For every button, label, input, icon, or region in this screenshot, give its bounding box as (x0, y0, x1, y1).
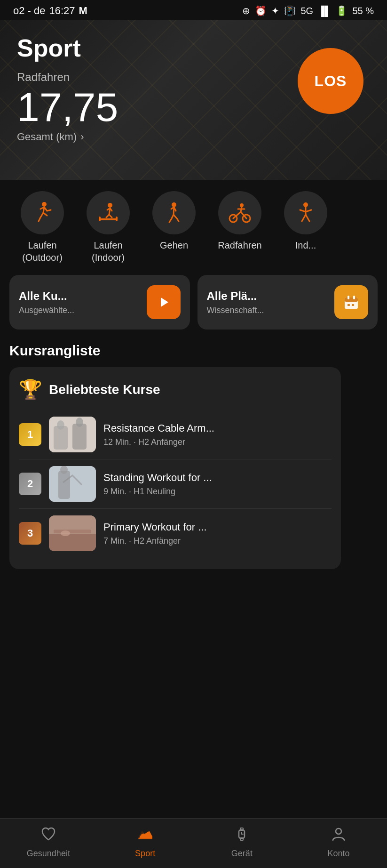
activity-item-gehen[interactable]: Gehen (141, 191, 207, 264)
radfahren-label: Radfahren (218, 239, 261, 251)
rank-item-1[interactable]: 1 Resistance Cable Arm... (19, 410, 332, 459)
ranking-section-title: Kursrangliste (9, 343, 378, 359)
activity-row: Laufen(Outdoor) Laufen(Indoor) (0, 180, 387, 275)
battery-label: 55 % (352, 6, 374, 16)
status-right: ⊕ ⏰ ✦ 📳 5G ▐▌ 🔋 55 % (242, 5, 374, 16)
play-icon (147, 285, 181, 319)
rank-item-2[interactable]: 2 Standing Workout for ... 9 Min. · (19, 459, 332, 509)
heart-icon (40, 826, 56, 846)
svg-rect-2 (99, 217, 101, 221)
svg-point-0 (42, 202, 47, 207)
rank-thumb-1 (49, 417, 96, 452)
ranking-card: 🏆 Beliebteste Kurse 1 (9, 367, 341, 569)
los-button[interactable]: LOS (298, 48, 363, 114)
ranking-card-title: Beliebteste Kurse (49, 382, 160, 397)
svg-rect-25 (49, 534, 96, 551)
email-icon: M (79, 5, 87, 17)
laufen-indoor-label: Laufen(Indoor) (92, 239, 125, 264)
svg-point-4 (108, 203, 112, 208)
alarm-icon: ⏰ (255, 5, 267, 16)
svg-rect-30 (240, 838, 243, 840)
yoga-icon (293, 201, 318, 225)
indoor-icon-circle (284, 191, 327, 234)
svg-rect-3 (116, 217, 118, 221)
rank-name-2: Standing Workout for ... (103, 472, 332, 484)
treadmill-icon (96, 201, 120, 225)
calendar-icon (334, 285, 368, 319)
nav-label-konto: Konto (328, 849, 350, 859)
alle-plaene-card[interactable]: Alle Plä... Wissenschaft... (197, 275, 378, 330)
nav-item-sport[interactable]: Sport (122, 826, 169, 859)
rank-thumb-2 (49, 466, 96, 502)
rank-info-3: Primary Workout for ... 7 Min. · H2 Anfä… (103, 521, 332, 546)
status-left: o2 - de 16:27 M (13, 5, 87, 17)
rank-meta-2: 9 Min. · H1 Neuling (103, 487, 332, 497)
rank-thumb-3 (49, 515, 96, 551)
ranking-header: 🏆 Beliebteste Kurse (19, 378, 332, 401)
signal-icon: 5G (300, 6, 313, 16)
laufen-outdoor-label: Laufen(Outdoor) (22, 239, 63, 264)
activity-item-laufen-indoor[interactable]: Laufen(Indoor) (75, 191, 141, 264)
rank-item-3[interactable]: 3 Primary Workout for ... 7 Min. · H (19, 509, 332, 558)
alle-kurse-title: Alle Ku... (19, 289, 74, 303)
shoe-icon (136, 826, 154, 846)
thumb-img-2 (49, 466, 96, 502)
rank-name-1: Resistance Cable Arm... (103, 422, 332, 434)
nav-item-gesundheit[interactable]: Gesundheit (25, 826, 72, 859)
svg-rect-13 (353, 296, 355, 299)
walking-icon (162, 201, 186, 225)
vibrate-icon: 📳 (284, 5, 296, 16)
hero-section: Sport Radfahren 17,75 Gesamt (km) › LOS (0, 20, 387, 180)
rank-name-3: Primary Workout for ... (103, 521, 332, 533)
alle-kurse-text: Alle Ku... Ausgewählte... (19, 289, 74, 315)
person-icon (331, 826, 347, 846)
bottom-nav: Gesundheit Sport Gerät (0, 818, 387, 868)
nav-item-konto[interactable]: Konto (315, 826, 362, 859)
cycling-icon (228, 201, 252, 225)
activity-item-laufen-outdoor[interactable]: Laufen(Outdoor) (9, 191, 75, 264)
rank-number-3: 3 (27, 527, 33, 539)
rank-meta-3: 7 Min. · H2 Anfänger (103, 536, 332, 546)
alle-plaene-title: Alle Plä... (207, 289, 264, 303)
battery-icon: 🔋 (336, 5, 348, 16)
svg-rect-21 (49, 466, 96, 502)
svg-rect-15 (352, 304, 354, 306)
svg-point-33 (336, 828, 341, 834)
svg-rect-11 (345, 297, 358, 302)
status-bar: o2 - de 16:27 M ⊕ ⏰ ✦ 📳 5G ▐▌ 🔋 55 % (0, 0, 387, 20)
rank-number-2: 2 (27, 478, 33, 490)
alle-plaene-subtitle: Wissenschaft... (207, 305, 264, 315)
radfahren-icon-circle (218, 191, 261, 234)
chevron-right-icon: › (80, 131, 84, 143)
indoor-label: Ind... (295, 239, 316, 251)
rank-info-2: Standing Workout for ... 9 Min. · H1 Neu… (103, 472, 332, 497)
bluetooth-icon: ✦ (271, 5, 279, 16)
nfc-icon: ⊕ (242, 5, 250, 16)
activity-item-radfahren[interactable]: Radfahren (207, 191, 273, 264)
ranking-section: Kursrangliste 🏆 Beliebteste Kurse 1 (0, 343, 387, 579)
trophy-icon: 🏆 (19, 378, 42, 401)
running-icon (30, 201, 55, 225)
activity-item-indoor[interactable]: Ind... (273, 191, 339, 264)
nav-label-sport: Sport (135, 849, 155, 859)
thumb-img-3 (49, 515, 96, 551)
hero-unit[interactable]: Gesamt (km) › (17, 131, 370, 143)
svg-rect-29 (240, 828, 243, 830)
alle-kurse-card[interactable]: Alle Ku... Ausgewählte... (9, 275, 190, 330)
svg-point-20 (76, 418, 83, 427)
nav-label-geraet: Gerät (231, 849, 253, 859)
hero-unit-label: Gesamt (km) (17, 131, 77, 143)
alle-kurse-subtitle: Ausgewählte... (19, 305, 74, 315)
signal-bars-icon: ▐▌ (318, 6, 331, 16)
svg-rect-18 (72, 424, 87, 450)
cards-row: Alle Ku... Ausgewählte... Alle Plä... Wi… (0, 275, 387, 343)
rank-badge-2: 2 (19, 473, 41, 495)
svg-point-19 (57, 420, 64, 430)
svg-rect-26 (54, 530, 91, 533)
watch-icon (234, 826, 250, 846)
rank-badge-1: 1 (19, 423, 41, 446)
rank-meta-1: 12 Min. · H2 Anfänger (103, 437, 332, 447)
gehen-label: Gehen (160, 239, 188, 251)
nav-item-geraet[interactable]: Gerät (218, 826, 265, 859)
svg-point-27 (61, 530, 70, 536)
